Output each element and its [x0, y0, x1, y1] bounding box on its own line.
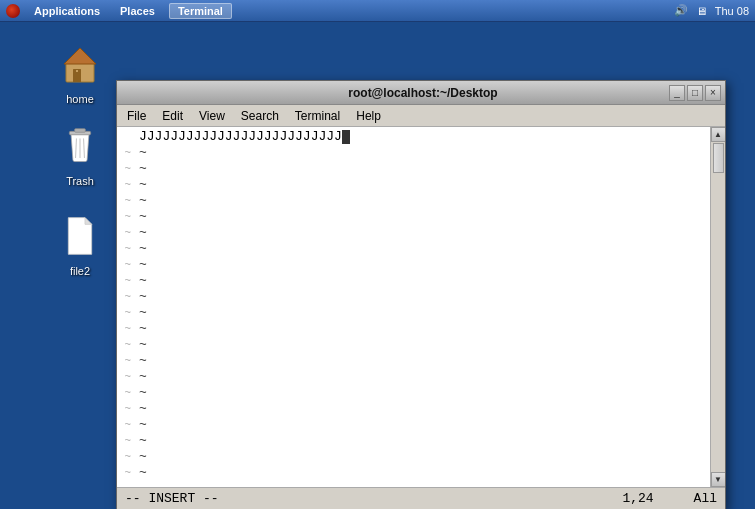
menu-search[interactable]: Search: [233, 107, 287, 125]
tilde-21: ~: [139, 449, 706, 465]
maximize-button[interactable]: □: [687, 85, 703, 101]
line-num-tilde21: ~: [124, 465, 131, 481]
network-icon: 🖥: [696, 5, 707, 17]
line-num-tilde13: ~: [124, 337, 131, 353]
line1-text: JJJJJJJJJJJJJJJJJJJJJJJJJJ: [139, 129, 342, 145]
scroll-thumb[interactable]: [713, 143, 724, 173]
line-num-tilde9: ~: [124, 273, 131, 289]
desktop-icon-home[interactable]: home: [40, 40, 120, 106]
menu-edit[interactable]: Edit: [154, 107, 191, 125]
line-num-tilde19: ~: [124, 433, 131, 449]
scroll-percentage: All: [694, 491, 717, 506]
taskbar-left: Applications Places Terminal: [6, 3, 232, 19]
speaker-icon: 🔊: [674, 4, 688, 17]
tilde-16: ~: [139, 369, 706, 385]
line-num-tilde18: ~: [124, 417, 131, 433]
cursor-position: 1,24: [622, 491, 653, 506]
tilde-5: ~: [139, 193, 706, 209]
title-bar[interactable]: root@localhost:~/Desktop _ □ ×: [117, 81, 725, 105]
tilde-10: ~: [139, 273, 706, 289]
tilde-8: ~: [139, 241, 706, 257]
line-num-tilde: ~: [124, 145, 131, 161]
line-num-tilde4: ~: [124, 193, 131, 209]
tilde-14: ~: [139, 337, 706, 353]
logo-icon: [6, 4, 20, 18]
tilde-20: ~: [139, 433, 706, 449]
scroll-track[interactable]: [712, 142, 725, 472]
line-num-tilde5: ~: [124, 209, 131, 225]
line-numbers: ~ ~ ~ ~ ~ ~ ~ ~ ~ ~ ~ ~ ~ ~ ~ ~ ~ ~ ~ ~: [117, 127, 135, 487]
tilde-9: ~: [139, 257, 706, 273]
text-cursor: [342, 130, 350, 144]
places-menu[interactable]: Places: [114, 4, 161, 18]
desktop-icon-file2[interactable]: file2: [40, 212, 120, 278]
svg-rect-3: [76, 70, 78, 72]
file2-icon-label: file2: [67, 264, 93, 278]
window-title: root@localhost:~/Desktop: [177, 86, 669, 100]
line-num-tilde20: ~: [124, 449, 131, 465]
line-num-tilde8: ~: [124, 257, 131, 273]
line-num-tilde2: ~: [124, 161, 131, 177]
tilde-18: ~: [139, 401, 706, 417]
line-num-tilde3: ~: [124, 177, 131, 193]
tilde-4: ~: [139, 177, 706, 193]
line-num-tilde16: ~: [124, 385, 131, 401]
clock: Thu 08: [715, 5, 749, 17]
file-icon: [56, 212, 104, 260]
svg-rect-5: [75, 129, 86, 133]
tilde-15: ~: [139, 353, 706, 369]
tilde-19: ~: [139, 417, 706, 433]
tilde-6: ~: [139, 209, 706, 225]
scroll-up-button[interactable]: ▲: [711, 127, 726, 142]
text-area[interactable]: JJJJJJJJJJJJJJJJJJJJJJJJJJ ~ ~ ~ ~ ~ ~ ~…: [135, 127, 710, 487]
tilde-22: ~: [139, 465, 706, 481]
terminal-window: root@localhost:~/Desktop _ □ × File Edit…: [116, 80, 726, 509]
taskbar: Applications Places Terminal 🔊 🖥 Thu 08: [0, 0, 755, 22]
terminal-content: ~ ~ ~ ~ ~ ~ ~ ~ ~ ~ ~ ~ ~ ~ ~ ~ ~ ~ ~ ~: [117, 127, 725, 487]
trash-icon-label: Trash: [63, 174, 97, 188]
tilde-3: ~: [139, 161, 706, 177]
tilde-11: ~: [139, 289, 706, 305]
home-icon-label: home: [63, 92, 97, 106]
status-bar: -- INSERT -- 1,24 All: [117, 487, 725, 509]
line-num-tilde12: ~: [124, 321, 131, 337]
line-num-tilde6: ~: [124, 225, 131, 241]
trash-icon: [56, 122, 104, 170]
line-num-tilde11: ~: [124, 305, 131, 321]
menu-file[interactable]: File: [119, 107, 154, 125]
desktop: home Trash file2: [0, 22, 755, 509]
home-icon: [56, 40, 104, 88]
window-controls: _ □ ×: [669, 85, 721, 101]
scrollbar[interactable]: ▲ ▼: [710, 127, 725, 487]
close-button[interactable]: ×: [705, 85, 721, 101]
line-num-tilde14: ~: [124, 353, 131, 369]
menu-view[interactable]: View: [191, 107, 233, 125]
menu-help[interactable]: Help: [348, 107, 389, 125]
line-num-tilde7: ~: [124, 241, 131, 257]
menu-bar: File Edit View Search Terminal Help: [117, 105, 725, 127]
applications-menu[interactable]: Applications: [28, 4, 106, 18]
svg-marker-2: [64, 48, 96, 64]
active-window-button[interactable]: Terminal: [169, 3, 232, 19]
menu-terminal[interactable]: Terminal: [287, 107, 348, 125]
first-line: JJJJJJJJJJJJJJJJJJJJJJJJJJ: [139, 129, 706, 145]
line-num-tilde10: ~: [124, 289, 131, 305]
tilde-17: ~: [139, 385, 706, 401]
minimize-button[interactable]: _: [669, 85, 685, 101]
line-num-tilde15: ~: [124, 369, 131, 385]
taskbar-right: 🔊 🖥 Thu 08: [674, 4, 749, 17]
tilde-2: ~: [139, 145, 706, 161]
desktop-icon-trash[interactable]: Trash: [40, 122, 120, 188]
line-num-tilde17: ~: [124, 401, 131, 417]
tilde-13: ~: [139, 321, 706, 337]
insert-mode-label: -- INSERT --: [125, 491, 219, 506]
tilde-7: ~: [139, 225, 706, 241]
scroll-down-button[interactable]: ▼: [711, 472, 726, 487]
tilde-12: ~: [139, 305, 706, 321]
